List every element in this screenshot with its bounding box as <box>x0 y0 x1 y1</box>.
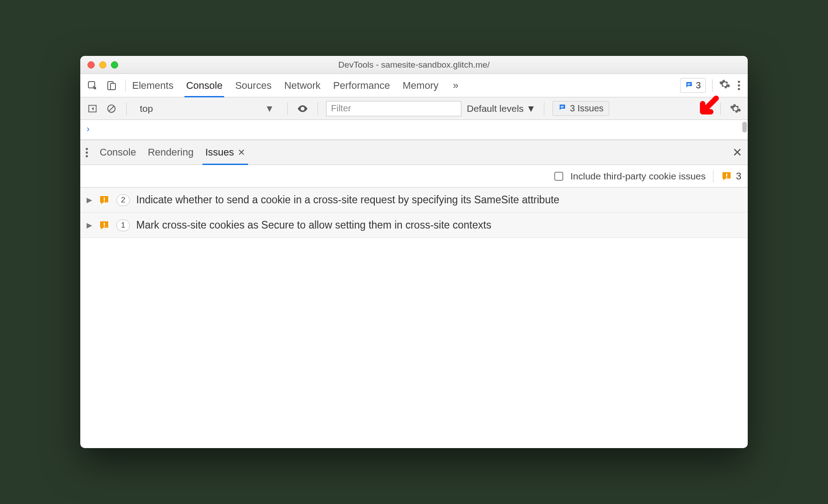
console-settings-gear-icon[interactable] <box>729 102 742 115</box>
device-toggle-icon[interactable] <box>104 78 119 93</box>
message-icon <box>685 81 693 91</box>
issues-list: ▶ 2 Indicate whether to send a cookie in… <box>80 188 748 238</box>
tab-console[interactable]: Console <box>186 74 223 97</box>
issue-count-badge: 2 <box>116 194 130 206</box>
svg-rect-4 <box>687 84 690 85</box>
tab-elements[interactable]: Elements <box>132 74 174 97</box>
issues-count-short: 3 <box>696 80 701 91</box>
context-selector[interactable]: top ▼ <box>135 101 279 116</box>
tab-performance[interactable]: Performance <box>333 74 390 97</box>
separator <box>713 170 713 183</box>
svg-rect-14 <box>104 226 105 227</box>
drawer-tab-issues[interactable]: Issues ✕ <box>205 140 245 165</box>
separator <box>712 79 713 92</box>
svg-rect-8 <box>561 107 563 108</box>
devtools-window: DevTools - samesite-sandbox.glitch.me/ E… <box>80 56 748 448</box>
close-drawer-icon[interactable]: ✕ <box>732 146 742 160</box>
issue-count-badge: 1 <box>116 220 130 231</box>
separator <box>287 102 288 115</box>
svg-rect-10 <box>726 177 727 178</box>
svg-rect-2 <box>110 83 115 90</box>
issue-row[interactable]: ▶ 1 Mark cross-site cookies as Secure to… <box>80 213 748 238</box>
main-tabbar: Elements Console Sources Network Perform… <box>80 74 748 97</box>
context-label: top <box>140 103 153 114</box>
separator <box>125 79 126 92</box>
scrollbar-thumb[interactable] <box>742 122 747 133</box>
issue-title: Mark cross-site cookies as Secure to all… <box>136 218 741 232</box>
console-prompt[interactable]: › <box>80 120 748 140</box>
drawer-tab-rendering[interactable]: Rendering <box>148 140 194 165</box>
titlebar: DevTools - samesite-sandbox.glitch.me/ <box>80 56 748 74</box>
issues-total-badge: 3 <box>721 170 741 182</box>
warning-bubble-icon <box>98 220 110 231</box>
clear-console-icon[interactable] <box>105 102 118 115</box>
console-toolbar: top ▼ Filter Default levels ▼ 3 Issues <box>80 97 748 120</box>
svg-rect-3 <box>687 83 691 84</box>
third-party-checkbox[interactable] <box>554 172 563 181</box>
message-icon <box>558 103 566 114</box>
third-party-checkbox-label: Include third-party cookie issues <box>570 171 706 182</box>
close-tab-icon[interactable]: ✕ <box>238 147 245 158</box>
issues-badge-label: 3 Issues <box>570 103 603 114</box>
drawer-tab-console[interactable]: Console <box>100 140 136 165</box>
more-tabs-chevron-icon[interactable]: » <box>451 80 460 92</box>
expand-triangle-icon[interactable]: ▶ <box>87 196 92 204</box>
dropdown-triangle-icon: ▼ <box>265 103 274 114</box>
zoom-window-button[interactable] <box>111 61 118 69</box>
svg-rect-7 <box>561 106 564 107</box>
drawer-tab-label: Issues <box>205 147 234 158</box>
warning-bubble-icon <box>721 171 732 182</box>
tab-network[interactable]: Network <box>284 74 321 97</box>
inspect-element-icon[interactable] <box>85 78 100 93</box>
filter-input[interactable]: Filter <box>326 101 461 116</box>
traffic-lights <box>80 61 118 69</box>
warning-bubble-icon <box>98 195 110 206</box>
tab-memory[interactable]: Memory <box>403 74 438 97</box>
annotation-arrow-icon <box>694 94 721 121</box>
svg-rect-13 <box>104 223 105 225</box>
expand-triangle-icon[interactable]: ▶ <box>87 221 92 229</box>
minimize-window-button[interactable] <box>99 61 106 69</box>
separator <box>317 102 318 115</box>
issues-total-count: 3 <box>736 170 741 182</box>
dropdown-triangle-icon: ▼ <box>526 103 536 114</box>
levels-label: Default levels <box>467 103 524 114</box>
settings-gear-icon[interactable] <box>719 78 731 93</box>
more-menu-icon[interactable] <box>734 81 743 90</box>
window-title: DevTools - samesite-sandbox.glitch.me/ <box>80 60 748 70</box>
toggle-sidebar-icon[interactable] <box>86 102 99 115</box>
issue-title: Indicate whether to send a cookie in a c… <box>136 193 741 207</box>
separator <box>544 102 544 115</box>
drawer-tabbar: Console Rendering Issues ✕ ✕ <box>80 140 748 165</box>
tab-sources[interactable]: Sources <box>235 74 271 97</box>
svg-rect-12 <box>104 201 105 202</box>
svg-rect-9 <box>726 174 727 176</box>
drawer-more-menu-icon[interactable] <box>86 148 88 157</box>
issues-badge-button[interactable]: 3 Issues <box>552 101 609 116</box>
main-tabs: Elements Console Sources Network Perform… <box>132 74 460 97</box>
issues-counter-button[interactable]: 3 <box>680 78 706 93</box>
filter-placeholder: Filter <box>331 103 351 114</box>
issues-toolbar: Include third-party cookie issues 3 <box>80 165 748 188</box>
prompt-chevron-icon: › <box>87 124 90 134</box>
svg-rect-11 <box>104 197 105 200</box>
issue-row[interactable]: ▶ 2 Indicate whether to send a cookie in… <box>80 188 748 213</box>
separator <box>126 102 127 115</box>
log-levels-selector[interactable]: Default levels ▼ <box>467 103 536 114</box>
close-window-button[interactable] <box>87 61 95 69</box>
live-expression-eye-icon[interactable] <box>296 102 309 115</box>
